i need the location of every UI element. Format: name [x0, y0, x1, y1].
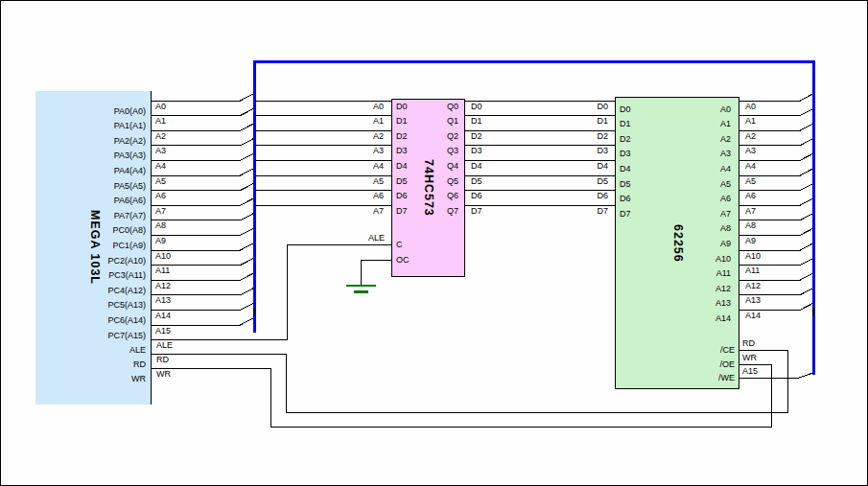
- pin-mega-pa5a5: PA5(A5): [114, 182, 146, 191]
- pin-latch-q2: Q2: [447, 132, 458, 141]
- bus-entry-left-a9[interactable]: [241, 228, 254, 235]
- net-label-a5-left: A5: [155, 177, 166, 186]
- wire-oc-ground[interactable]: [362, 260, 392, 285]
- bus-entry-left-a8[interactable]: [241, 214, 254, 220]
- wire-wr[interactable]: [152, 364, 772, 427]
- pin-mega-pc1a9: PC1(A9): [112, 242, 146, 250]
- net-label-a10-sram: A10: [745, 252, 761, 261]
- net-label-a3-latch: A3: [373, 147, 384, 155]
- bus-entry-right-a12[interactable]: [800, 273, 813, 280]
- pin-mega-pa3a3: PA3(A3): [114, 151, 146, 160]
- net-label-a1-left: A1: [155, 117, 166, 126]
- bus-entry-left-a3[interactable]: [241, 139, 254, 146]
- bus-entry-right-a1[interactable]: [800, 109, 813, 116]
- bus-entry-right-a14[interactable]: [800, 303, 813, 310]
- bus-entry-right-a5[interactable]: [800, 169, 813, 175]
- bus-entry-right-a4[interactable]: [800, 153, 813, 160]
- net-label-a9-left: A9: [155, 237, 166, 245]
- bus-entry-left-a11[interactable]: [241, 259, 254, 266]
- bus-entry-right-a9[interactable]: [800, 228, 813, 235]
- net-label-d1-latch-side: D1: [471, 117, 482, 126]
- net-label-d0-sram-side: D0: [597, 103, 608, 111]
- pin-mega-rd: RD: [133, 360, 146, 369]
- bus-entry-right-a13[interactable]: [800, 289, 813, 295]
- pin-latch-d7: D7: [396, 207, 408, 216]
- net-label-rd-left: RD: [156, 356, 169, 364]
- net-label-a12-left: A12: [155, 282, 171, 290]
- pin-sram-d0: D0: [620, 105, 631, 114]
- pin-latch-q4: Q4: [447, 162, 458, 171]
- pin-sram-a14: A14: [716, 314, 731, 323]
- pin-mega-pa1a1: PA1(A1): [114, 122, 146, 130]
- bus-entry-left-a0[interactable]: [241, 94, 254, 101]
- net-label-a1-latch: A1: [373, 117, 384, 126]
- bus-entry-right-a7[interactable]: [800, 198, 813, 205]
- pin-sram-a13: A13: [716, 299, 731, 308]
- net-label-a8-sram: A8: [745, 221, 756, 230]
- pin-mega-pa7a7: PA7(A7): [114, 212, 146, 220]
- net-label-a13-left: A13: [155, 296, 171, 305]
- net-label-d4-sram-side: D4: [597, 162, 608, 171]
- bus-entry-right-a11[interactable]: [800, 259, 813, 266]
- net-label-d0-latch-side: D0: [471, 103, 482, 111]
- pin-latch-q5: Q5: [447, 177, 458, 186]
- bus-entry-right-a10[interactable]: [800, 243, 813, 250]
- pin-latch-d4: D4: [396, 162, 408, 171]
- net-label-d6-latch-side: D6: [471, 192, 482, 200]
- pin-sram-d2: D2: [620, 135, 631, 144]
- pin-mega-pa0a0: PA0(A0): [114, 107, 146, 116]
- net-label-a4-left: A4: [155, 162, 166, 171]
- bus-entry-right-a0[interactable]: [800, 94, 813, 101]
- bus-entry-left-a2[interactable]: [241, 124, 254, 130]
- net-label-a8-left: A8: [155, 221, 166, 230]
- pin-mega-pa4a4: PA4(A4): [114, 167, 146, 175]
- pin-latch-q6: Q6: [447, 192, 458, 200]
- pin-sram-d7: D7: [620, 210, 631, 219]
- net-label-a15-left: A15: [155, 327, 171, 336]
- bus-entry-left-a10[interactable]: [241, 243, 254, 250]
- net-label-d5-latch-side: D5: [471, 177, 482, 186]
- wire-rd[interactable]: [152, 350, 787, 412]
- net-label-ale-left: ALE: [156, 341, 173, 350]
- net-label-a2-sram: A2: [745, 132, 756, 141]
- bus-entry-left-a12[interactable]: [241, 273, 254, 280]
- net-label-wr-sram: WR: [742, 354, 757, 362]
- schematic-canvas: MEGA 103L 74HC573 62256 A0A1A2A3A4A5A6A7…: [0, 0, 868, 486]
- pin-sram-we: /WE: [718, 374, 735, 382]
- bus-entry-right-a6[interactable]: [800, 184, 813, 191]
- net-label-a9-sram: A9: [745, 237, 756, 245]
- bus-entry-left-a14[interactable]: [241, 303, 254, 310]
- pin-latch-d3: D3: [396, 147, 408, 155]
- pin-sram-a6: A6: [720, 195, 731, 203]
- bus-entry-right-a2[interactable]: [800, 124, 813, 130]
- bus-entry-left-a1[interactable]: [241, 109, 254, 116]
- bus-entry-left-a6[interactable]: [241, 184, 254, 191]
- pin-mega-pc5a13: PC5(A13): [107, 301, 146, 310]
- net-label-a15-sram: A15: [742, 367, 758, 376]
- bus-entry-right-a8[interactable]: [800, 214, 813, 220]
- net-label-a3-left: A3: [155, 147, 166, 155]
- ground-symbol[interactable]: [346, 286, 376, 292]
- net-label-a1-sram: A1: [745, 117, 756, 126]
- bus-entry-right-a3[interactable]: [800, 139, 813, 146]
- bus-entry-left-a13[interactable]: [241, 289, 254, 295]
- pin-mega-pc3a11: PC3(A11): [108, 271, 146, 280]
- pin-mega-pc2a10: PC2(A10): [107, 257, 146, 266]
- net-label-a5-sram: A5: [745, 177, 756, 186]
- bus-entry-left-a15[interactable]: [241, 318, 254, 325]
- net-label-d2-latch-side: D2: [471, 132, 482, 141]
- pin-mega-pc6a14: PC6(A14): [107, 316, 146, 325]
- pin-mega-pa6a6: PA6(A6): [114, 197, 146, 205]
- bus-entry-left-a7[interactable]: [241, 198, 254, 205]
- net-label-d3-latch-side: D3: [471, 147, 482, 155]
- net-label-d4-latch-side: D4: [471, 162, 482, 171]
- pin-latch-c: C: [396, 241, 403, 249]
- net-label-a11-left: A11: [155, 266, 170, 275]
- bus-entry-left-a5[interactable]: [241, 169, 254, 175]
- net-label-a7-left: A7: [155, 207, 166, 216]
- pin-sram-d4: D4: [620, 165, 631, 174]
- net-label-d2-sram-side: D2: [597, 132, 608, 141]
- bus-entry-left-a4[interactable]: [241, 153, 254, 160]
- pin-latch-q0: Q0: [447, 103, 458, 111]
- pin-latch-d2: D2: [396, 132, 408, 141]
